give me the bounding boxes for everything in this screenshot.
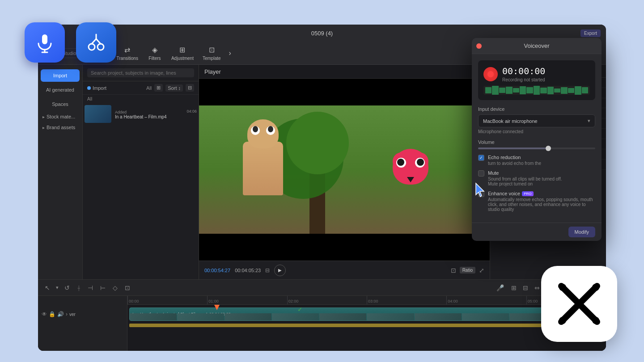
track-audio-icon[interactable]: 🔊 bbox=[57, 311, 64, 317]
template-icon: ⊡ bbox=[207, 46, 216, 55]
pupil-left bbox=[253, 126, 258, 132]
volume-slider[interactable] bbox=[478, 147, 595, 149]
ratio-button[interactable]: Ratio bbox=[460, 267, 475, 274]
recorder-display: 00:00:00 Recording not started bbox=[478, 60, 595, 100]
video-track: In a Heartbeat – Animated Short Film.mp4… bbox=[127, 307, 606, 322]
recorder-time: 00:00:00 Recording not started bbox=[502, 66, 590, 82]
modal-body: 00:00:00 Recording not started bbox=[472, 54, 602, 223]
player-controls: 00:00:54:27 00:04:05:23 ⊟ ▶ ⊡ Ratio ⤢ bbox=[199, 261, 490, 279]
zoom-out-btn[interactable]: ⊟ bbox=[521, 283, 530, 293]
in-point-tool[interactable]: ⊣ bbox=[85, 283, 95, 293]
sidebar-brand[interactable]: ▸ Brand assets bbox=[38, 122, 82, 133]
toolbar-more[interactable]: › bbox=[226, 47, 234, 59]
select-tool[interactable]: ↖ bbox=[42, 283, 52, 293]
echo-reduction-content: Echo reduction turn to avoid echo from t… bbox=[488, 155, 541, 166]
sidebar-spaces[interactable]: Spaces bbox=[41, 98, 80, 110]
record-indicator bbox=[487, 71, 494, 77]
character-boy-head bbox=[247, 119, 279, 148]
capcut-app-icon[interactable] bbox=[541, 266, 617, 342]
player-video-frame bbox=[199, 105, 490, 234]
undo-tool[interactable]: ↺ bbox=[62, 283, 72, 293]
media-item[interactable]: Added 04:06 In a Heartbeat – Film.mp4 bbox=[83, 103, 199, 125]
video-clip[interactable]: In a Heartbeat – Animated Short Film.mp4… bbox=[129, 307, 604, 321]
enhance-label-row: Enhance voice PRO bbox=[488, 191, 595, 196]
modify-button[interactable]: Modify bbox=[568, 227, 595, 237]
toolbar-filters[interactable]: ◈ Filters bbox=[144, 44, 166, 63]
enhance-voice-content: Enhance voice PRO Automatically remove e… bbox=[488, 191, 595, 212]
volume-slider-fill bbox=[478, 147, 548, 149]
pupil-right bbox=[268, 126, 273, 132]
search-input[interactable] bbox=[87, 68, 194, 77]
split-tool[interactable]: ⟊ bbox=[75, 283, 83, 293]
play-button[interactable]: ▶ bbox=[274, 265, 286, 276]
sidebar-ai-generated[interactable]: AI generated bbox=[41, 84, 80, 96]
ruler-marks: 00:00 01:00 02:00 03:00 04:00 05:00 bbox=[127, 296, 606, 304]
wave-bar-4 bbox=[506, 87, 512, 94]
svg-point-11 bbox=[559, 284, 566, 291]
fit-btn[interactable]: ⇔ bbox=[532, 283, 542, 293]
snapshot-icon[interactable]: ⊡ bbox=[451, 267, 456, 274]
thumb-5 bbox=[319, 313, 366, 320]
wave-bar-10 bbox=[547, 87, 554, 94]
player-header: Player ≡ bbox=[199, 65, 490, 79]
media-toolbar: Import All ⊞ Sort ↕ ⊟ bbox=[83, 81, 199, 95]
out-point-tool[interactable]: ⊢ bbox=[98, 283, 108, 293]
filters-icon: ◈ bbox=[150, 46, 159, 55]
checkpoint-marker: ✓ bbox=[297, 306, 303, 313]
input-device-select[interactable]: MacBook air microphone ▾ bbox=[478, 114, 595, 127]
wave-bar-5 bbox=[513, 88, 519, 93]
brand-arrow-icon: ▸ bbox=[42, 125, 45, 130]
audio-waveform bbox=[483, 86, 590, 95]
timecode-icon[interactable]: ⊟ bbox=[265, 267, 270, 274]
track-visibility-icon[interactable]: 👁 bbox=[42, 311, 47, 317]
marker-tool[interactable]: ◇ bbox=[110, 283, 120, 293]
character-boy-body bbox=[243, 142, 283, 195]
player-title: Player bbox=[204, 68, 221, 75]
player-time-total: 00:04:05:23 bbox=[235, 268, 261, 273]
keyframe-tool[interactable]: ⊡ bbox=[123, 283, 132, 293]
thumb-8 bbox=[462, 313, 509, 320]
zoom-in-btn[interactable]: ⊞ bbox=[509, 283, 519, 293]
track-lock-icon[interactable]: 🔒 bbox=[49, 311, 55, 317]
filter-btn[interactable]: ⊟ bbox=[186, 84, 194, 92]
mic-app-icon[interactable] bbox=[25, 22, 65, 63]
media-panel-header bbox=[83, 65, 199, 81]
track-expand-icon[interactable]: › bbox=[66, 311, 68, 317]
modal-close-button[interactable] bbox=[476, 43, 482, 49]
volume-slider-thumb[interactable] bbox=[546, 146, 551, 151]
fullscreen-icon[interactable]: ⤢ bbox=[479, 267, 484, 274]
mic-icon-svg bbox=[34, 32, 55, 53]
player-controls-right: ⊡ Ratio ⤢ bbox=[451, 267, 484, 274]
mic-record-btn[interactable]: 🎤 bbox=[494, 283, 506, 293]
toolbar-transitions[interactable]: ⇄ Transitions bbox=[113, 44, 142, 63]
record-timer: 00:00:00 bbox=[502, 66, 590, 76]
mute-checkbox[interactable] bbox=[478, 170, 484, 177]
volume-slider-row bbox=[478, 147, 595, 149]
record-status: Recording not started bbox=[502, 77, 590, 82]
left-sidebar: Import AI generated Spaces ▸ Stock mate.… bbox=[38, 65, 83, 279]
modal-title: Voiceover bbox=[524, 42, 549, 49]
sidebar-import[interactable]: Import bbox=[41, 69, 80, 82]
media-panel: Import All ⊞ Sort ↕ ⊟ All Added bbox=[83, 65, 199, 279]
sort-btn[interactable]: Sort ↕ bbox=[165, 84, 183, 92]
player-area: Player ≡ bbox=[199, 65, 490, 279]
media-thumb-inner bbox=[85, 105, 111, 123]
enhance-voice-checkbox[interactable] bbox=[478, 191, 484, 197]
export-button[interactable]: Export bbox=[580, 29, 601, 37]
svg-point-3 bbox=[89, 44, 95, 50]
grid-view-btn[interactable]: ⊞ bbox=[154, 84, 163, 92]
scissors-icon-svg bbox=[85, 32, 107, 53]
toolbar-template[interactable]: ⊡ Template bbox=[199, 44, 225, 63]
player-black-top bbox=[199, 79, 490, 105]
timeline-right: 00:00 01:00 02:00 03:00 04:00 05:00 ✓ bbox=[127, 296, 606, 351]
import-filter[interactable]: Import bbox=[87, 85, 106, 91]
cut-app-icon[interactable] bbox=[76, 22, 116, 63]
modal-title-bar: Voiceover bbox=[472, 38, 602, 54]
stock-arrow-icon: ▸ bbox=[42, 114, 45, 119]
sidebar-stock[interactable]: ▸ Stock mate... bbox=[38, 111, 82, 122]
thumb-1 bbox=[130, 313, 177, 320]
toolbar-adjustment[interactable]: ⊞ Adjustment bbox=[168, 44, 197, 63]
timeline-ruler: 00:00 01:00 02:00 03:00 04:00 05:00 bbox=[127, 296, 606, 305]
record-button[interactable] bbox=[483, 67, 498, 81]
echo-reduction-checkbox[interactable]: ✓ bbox=[478, 155, 484, 161]
